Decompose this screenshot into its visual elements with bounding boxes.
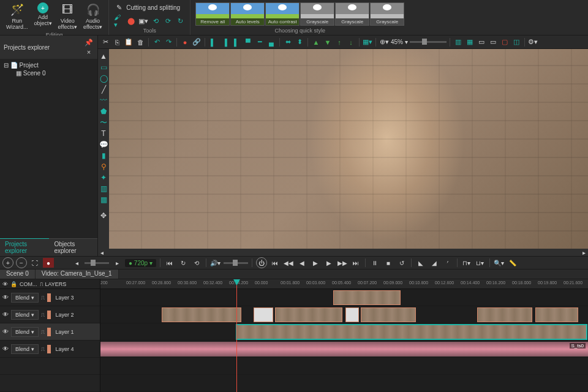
crop-icon[interactable]: ▣▾ <box>138 16 148 26</box>
track-body[interactable] <box>100 306 588 323</box>
overlay-tool-icon[interactable]: ▦ <box>99 195 108 205</box>
blend-mode-dropdown[interactable]: Blend ▾ <box>11 310 39 320</box>
fit-icon[interactable]: ⛶ <box>29 258 40 268</box>
tooltip-tool-icon[interactable]: 💬 <box>99 140 108 149</box>
line-tool-icon[interactable]: ╱ <box>99 85 108 94</box>
align-top-icon[interactable]: ▀ <box>243 37 253 47</box>
pointer-icon[interactable]: ▲ <box>99 51 108 61</box>
audio-clip[interactable]: S_ts0 <box>100 342 588 356</box>
text-tool-icon[interactable]: T <box>99 129 108 138</box>
clip[interactable] <box>275 307 342 322</box>
volume-icon[interactable]: 🔊▾ <box>210 258 221 268</box>
run-wizard-button[interactable]: 🪄 Run Wizard... <box>4 1 31 31</box>
color-swatch[interactable] <box>47 328 51 336</box>
stop-square-icon[interactable]: ■ <box>383 258 394 268</box>
preview-scrollbar[interactable]: ◂▸ <box>98 249 588 256</box>
step-fwd-icon[interactable]: ▶ <box>323 258 334 268</box>
eye-icon[interactable]: 👁 <box>2 328 9 335</box>
bring-forward-icon[interactable]: ▲ <box>311 37 321 47</box>
group-icon[interactable]: ▦▾ <box>363 37 372 47</box>
cut-icon[interactable]: ✂ <box>100 37 110 47</box>
snap-icon[interactable]: ▥ <box>453 37 463 47</box>
preview-canvas[interactable] <box>109 49 588 249</box>
quick-style-thumb[interactable]: Grayscale <box>335 2 369 26</box>
clip[interactable] <box>162 307 241 322</box>
paste-icon[interactable]: 📋 <box>124 37 134 47</box>
shuffle-icon[interactable]: ⟲ <box>191 258 202 268</box>
clip[interactable] <box>345 307 359 322</box>
track-header[interactable]: 👁 Blend ▾ ⎍ Layer 1 <box>0 323 100 341</box>
track-header[interactable]: 👁 Blend ▾ ⎍ Layer 4 <box>0 341 100 358</box>
blend-mode-dropdown[interactable]: Blend ▾ <box>11 344 39 354</box>
rect-tool-icon[interactable]: ▭ <box>99 62 108 72</box>
move-tool-icon[interactable]: ✥ <box>99 211 108 221</box>
go-start-icon[interactable]: ⏮ <box>270 258 281 268</box>
quick-style-thumb[interactable]: Remove all <box>195 2 230 26</box>
zoom-slider[interactable] <box>410 41 447 43</box>
nav-slider[interactable] <box>85 262 109 264</box>
add-object-button[interactable]: + Add object▾ <box>32 1 55 31</box>
go-end-icon[interactable]: ⏭ <box>350 258 361 268</box>
track-header[interactable]: 👁 Blend ▾ ⎍ Layer 3 <box>0 289 100 306</box>
align-right-icon[interactable]: ▌ <box>232 37 241 47</box>
audio-effects-button[interactable]: 🎧 Audio effects▾ <box>81 1 105 31</box>
ellipse-tool-icon[interactable]: ◯ <box>99 74 108 83</box>
delete-icon[interactable]: 🗑 <box>135 37 145 47</box>
track-header[interactable]: 👁 Blend ▾ ⎍ Layer 2 <box>0 306 100 323</box>
timeline-tab-video[interactable]: Video: Camera_In_Use_1 <box>36 270 119 279</box>
brush-icon[interactable]: 🖌▾ <box>114 16 124 26</box>
clip[interactable] <box>477 307 532 322</box>
split-icon[interactable]: ⎖ <box>442 258 453 268</box>
resolution-badge[interactable]: ● 720p ▾ <box>125 259 156 267</box>
pause-icon[interactable]: ⏸ <box>369 258 380 268</box>
color-swatch[interactable] <box>47 345 51 353</box>
color-swatch[interactable] <box>47 311 51 319</box>
spray-tool-icon[interactable]: ✦ <box>99 173 108 183</box>
chart-tool-icon[interactable]: ▮ <box>99 151 108 160</box>
link-icon[interactable]: 🔗 <box>192 37 202 47</box>
gear-icon[interactable]: ⚙▾ <box>528 37 538 47</box>
view2-icon[interactable]: ▭ <box>488 37 498 47</box>
volume-slider[interactable] <box>224 262 248 264</box>
undo-icon[interactable]: ↶ <box>152 37 162 47</box>
tree-scene[interactable]: ▦ Scene 0 <box>4 69 94 77</box>
lock-icon[interactable]: 🔒 <box>10 281 17 287</box>
quick-style-thumb[interactable]: Auto levels <box>230 2 265 26</box>
arrow-down-icon[interactable]: ↓ <box>346 37 356 47</box>
pencil-icon[interactable]: ✎ <box>114 2 124 12</box>
view1-icon[interactable]: ▭ <box>477 37 486 47</box>
snap-toggle-icon[interactable]: ⊓▾ <box>461 258 472 268</box>
timeline-body[interactable]: 20000:27.00000:28.80000:30.60000:32.4000… <box>100 279 588 392</box>
power-icon[interactable]: ⏻ <box>256 257 267 268</box>
zoom-timeline-icon[interactable]: 🔍▾ <box>494 258 505 268</box>
person-tool-icon[interactable]: ⚲ <box>99 162 108 172</box>
prev-clip-icon[interactable]: ⏮ <box>164 258 175 268</box>
freehand-tool-icon[interactable]: 〜 <box>99 118 108 127</box>
minus-button[interactable]: − <box>16 257 27 268</box>
color-swatch[interactable] <box>47 293 51 302</box>
waveform-icon[interactable]: ⎍ <box>41 345 45 352</box>
track-body[interactable] <box>100 323 588 341</box>
record-button[interactable]: ● <box>43 258 54 268</box>
track-body[interactable] <box>100 289 588 306</box>
waveform-icon[interactable]: ⎍ <box>41 294 45 301</box>
nav-left-icon[interactable]: ◂ <box>71 258 82 268</box>
align-left-icon[interactable]: ▌ <box>208 37 218 47</box>
mark-in-icon[interactable]: ◣ <box>415 258 426 268</box>
tab-objects-explorer[interactable]: Objects explorer <box>49 238 97 256</box>
target-icon[interactable]: ⊕▾ <box>379 37 389 47</box>
step-back-icon[interactable]: ◀ <box>296 258 307 268</box>
clip[interactable] <box>236 325 587 339</box>
rewind-icon[interactable]: ◀◀ <box>283 258 294 268</box>
copy-icon[interactable]: ⎘ <box>112 37 122 47</box>
quick-style-thumb[interactable]: Grayscale <box>370 2 404 26</box>
clip[interactable] <box>535 307 578 322</box>
align-bottom-icon[interactable]: ▄ <box>266 37 276 47</box>
quick-style-thumb[interactable]: Grayscale <box>300 2 334 26</box>
record-icon[interactable]: ● <box>180 37 190 47</box>
waveform-icon[interactable]: ⎍ <box>41 328 45 335</box>
pin-icon[interactable]: 📌 <box>84 37 94 47</box>
mask-tool-icon[interactable]: ▥ <box>99 184 108 194</box>
fast-fwd-icon[interactable]: ▶▶ <box>337 258 348 268</box>
eye-icon[interactable]: 👁 <box>2 294 9 301</box>
